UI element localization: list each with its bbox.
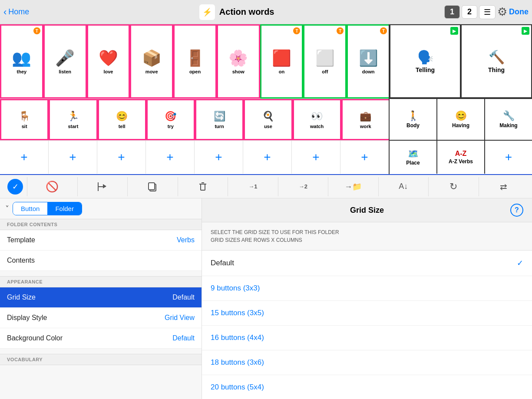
copy-icon — [147, 181, 158, 192]
page-1-button[interactable]: 1 — [444, 5, 460, 19]
appearance-section-header: APPEARANCE — [0, 276, 202, 287]
cell-label-sit: sit — [22, 124, 27, 129]
grid-add-4[interactable]: + — [146, 141, 195, 174]
grid-cell-down[interactable]: T ⬇️ down — [347, 24, 389, 99]
cell-label-turn: turn — [215, 124, 224, 129]
delete-icon — [197, 181, 208, 192]
tag-t-down: T — [380, 27, 387, 34]
grid-area: T 👥 they 🎤 listen ❤️ love 📦 move 🚪 open — [0, 24, 532, 174]
grid-cell-sit[interactable]: 🪑 sit — [0, 99, 49, 140]
grid-cell-try[interactable]: 🎯 try — [146, 99, 195, 140]
grid-add-5[interactable]: + — [195, 141, 243, 174]
background-color-row[interactable]: Background Color Default — [0, 328, 202, 349]
vocabulary-section-header: VOCABULARY — [0, 354, 202, 365]
grid-add-3[interactable]: + — [97, 141, 146, 174]
desc-line-2: GRID SIZES ARE ROWS X COLUMNS — [211, 236, 523, 244]
grid-size-label: Grid Size — [7, 293, 172, 301]
grid-cell-they[interactable]: T 👥 they — [0, 24, 43, 99]
tag-t-on: T — [293, 27, 300, 34]
grid-cell-open[interactable]: 🚪 open — [173, 24, 217, 99]
folder-cell-telling[interactable]: ▶ 🗣️ Telling — [390, 24, 461, 98]
done-button[interactable]: Done — [509, 7, 529, 16]
grid-cell-start[interactable]: 🏃 start — [49, 99, 97, 140]
pages-icon-button[interactable]: ☰ — [479, 5, 496, 19]
template-row[interactable]: Template Verbs — [0, 230, 202, 251]
grid-size-option-15[interactable]: 15 buttons (3x5) — [202, 301, 532, 326]
grid-add-7[interactable]: + — [292, 141, 340, 174]
toolbar-swap-button[interactable]: ⇄ — [479, 177, 529, 196]
folder-cell-place[interactable]: 🗺️ Place — [390, 141, 437, 174]
settings-gear-button[interactable]: ⚙ — [497, 5, 507, 19]
grid-add-1[interactable]: + — [0, 141, 49, 174]
grid-cell-watch[interactable]: 👀 watch — [293, 99, 341, 140]
toolbar-delete-button[interactable] — [178, 177, 228, 196]
display-style-value: Grid View — [165, 314, 195, 322]
grid-size-15-label: 15 buttons (3x5) — [211, 309, 523, 317]
folder-add-button[interactable]: + — [485, 141, 532, 174]
folder-toggle-btn[interactable]: Folder — [47, 202, 82, 215]
grid-cell-work[interactable]: 💼 work — [341, 99, 389, 140]
cell-label-start: start — [68, 124, 78, 129]
grid-cell-on[interactable]: T 🟥 on — [260, 24, 304, 99]
grid-size-option-16[interactable]: 16 buttons (4x4) — [202, 326, 532, 350]
cell-label-they: they — [17, 69, 27, 74]
grid-size-value: Default — [172, 293, 195, 301]
display-style-label: Display Style — [7, 314, 165, 322]
grid-cell-off[interactable]: T ⬜ off — [303, 24, 347, 99]
toolbar-copy-button[interactable] — [128, 177, 178, 196]
grid-cell-turn[interactable]: 🔄 turn — [195, 99, 244, 140]
grid-size-9-label: 9 buttons (3x3) — [211, 284, 523, 293]
cell-label-love: love — [103, 69, 113, 74]
grid-cell-listen[interactable]: 🎤 listen — [43, 24, 87, 99]
toolbar: ✓ 🚫 →1 →2 →📁 A↓ ↻ ⇄ — [0, 174, 532, 198]
folder-cell-making[interactable]: 🔧 Making — [485, 99, 532, 140]
svg-rect-2 — [98, 182, 99, 191]
page-2-button[interactable]: 2 — [462, 5, 477, 19]
grid-cell-show[interactable]: 🌸 show — [217, 24, 260, 99]
grid-size-list: Default ✓ 9 buttons (3x3) 15 buttons (3x… — [202, 251, 532, 399]
grid-size-option-9[interactable]: 9 buttons (3x3) — [202, 276, 532, 301]
svg-rect-5 — [201, 184, 205, 190]
cell-label-down: down — [362, 69, 375, 74]
grid-cell-tell[interactable]: 😊 tell — [98, 99, 146, 140]
toolbar-check-button[interactable]: ✓ — [3, 177, 27, 196]
contents-row[interactable]: Contents — [0, 251, 202, 271]
grid-size-option-18[interactable]: 18 buttons (3x6) — [202, 350, 532, 375]
home-button[interactable]: ‹ Home — [3, 7, 29, 18]
grid-size-option-default[interactable]: Default ✓ — [202, 251, 532, 276]
toolbar-to1-button[interactable]: →1 — [228, 177, 278, 196]
folder-cell-body[interactable]: 🚶 Body — [390, 99, 437, 140]
grid-add-2[interactable]: + — [49, 141, 97, 174]
toolbar-tofolder-button[interactable]: →📁 — [328, 177, 379, 196]
grid-cell-love[interactable]: ❤️ love — [87, 24, 130, 99]
grid-add-8[interactable]: + — [340, 141, 389, 174]
cell-label-off: off — [322, 69, 328, 74]
help-button[interactable]: ? — [510, 204, 523, 217]
toolbar-block-button[interactable]: 🚫 — [27, 177, 78, 196]
grid-size-option-20[interactable]: 20 buttons (5x4) — [202, 375, 532, 399]
toolbar-import-button[interactable] — [78, 177, 128, 196]
home-label: Home — [8, 7, 29, 16]
grid-main: T 👥 they 🎤 listen ❤️ love 📦 move 🚪 open — [0, 24, 389, 174]
grid-cell-use[interactable]: 🍳 use — [244, 99, 292, 140]
button-toggle-btn[interactable]: Button — [13, 202, 47, 215]
toolbar-sort-button[interactable]: A↓ — [379, 177, 429, 196]
grid-size-18-label: 18 buttons (3x6) — [211, 358, 523, 367]
template-value: Verbs — [177, 236, 195, 244]
cell-label-move: move — [145, 69, 158, 74]
toolbar-refresh-button[interactable]: ↻ — [429, 177, 479, 196]
grid-cell-move[interactable]: 📦 move — [130, 24, 173, 99]
grid-row-2: 🪑 sit 🏃 start 😊 tell 🎯 try 🔄 turn 🍳 — [0, 99, 389, 141]
cell-label-try: try — [168, 124, 174, 129]
folder-cell-thing[interactable]: ▶ 🔨 Thing — [461, 24, 532, 98]
cell-label-work: work — [360, 124, 371, 129]
folder-cell-az-verbs[interactable]: A-Z A-Z Verbs — [437, 141, 485, 174]
cell-label-show: show — [232, 69, 245, 74]
button-folder-toggle: Button Folder — [13, 202, 82, 215]
chevron-down-icon[interactable]: ˅ — [5, 204, 9, 214]
display-style-row[interactable]: Display Style Grid View — [0, 308, 202, 328]
grid-size-row[interactable]: Grid Size Default — [0, 287, 202, 308]
grid-add-6[interactable]: + — [243, 141, 292, 174]
folder-cell-having[interactable]: 😊 Having — [437, 99, 485, 140]
toolbar-to2-button[interactable]: →2 — [278, 177, 329, 196]
